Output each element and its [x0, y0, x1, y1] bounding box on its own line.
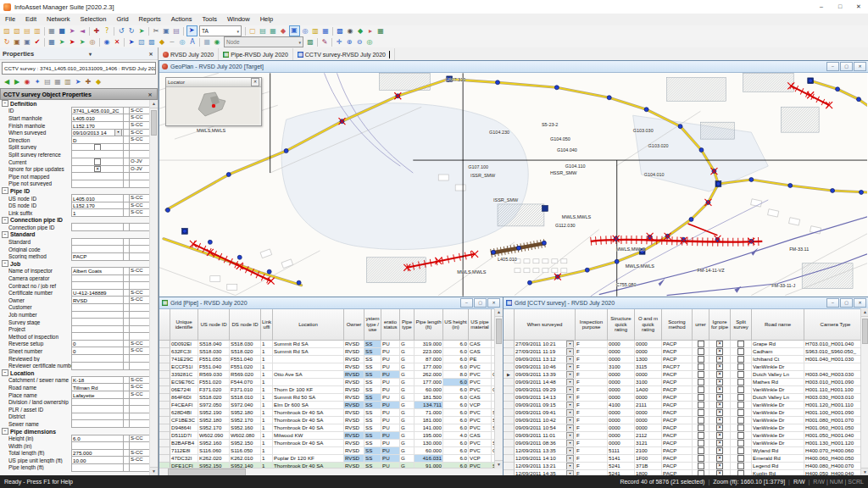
- cell[interactable]: F: [576, 409, 608, 417]
- manhole-node-icon[interactable]: [237, 255, 242, 259]
- cell[interactable]: PACP: [662, 440, 693, 447]
- cell[interactable]: Mathes Rd: [752, 379, 804, 386]
- export-map-icon[interactable]: ◆: [356, 26, 365, 36]
- collapse-icon[interactable]: −: [2, 100, 8, 107]
- cell[interactable]: Milwood KW: [273, 432, 344, 440]
- cell[interactable]: PVC: [469, 371, 492, 379]
- cell[interactable]: 0D092EI: [170, 341, 198, 348]
- cell[interactable]: 0000: [608, 386, 635, 394]
- cell-checkbox[interactable]: [731, 371, 752, 379]
- cctv-grid-restore-icon[interactable]: ▢: [840, 298, 853, 308]
- checked-checkbox[interactable]: ✕: [716, 402, 723, 408]
- tools-icon[interactable]: ✚: [84, 77, 93, 86]
- cell-checkbox[interactable]: [731, 356, 752, 363]
- cell[interactable]: G: [400, 363, 415, 371]
- cell[interactable]: 6.0: [443, 409, 469, 417]
- cell[interactable]: G: [400, 455, 415, 463]
- cell[interactable]: 3121: [635, 440, 662, 447]
- cell[interactable]: 339281C: [170, 371, 198, 379]
- trace-all-icon[interactable]: ➤: [78, 37, 87, 47]
- row-selector[interactable]: [504, 455, 515, 463]
- tab-cctv-survey-rvsd-july-2020[interactable]: ▦CCTV survey-RVSD July 2020: [293, 48, 395, 60]
- cell[interactable]: SS: [364, 386, 381, 394]
- unchecked-checkbox[interactable]: [698, 455, 704, 462]
- row-selector[interactable]: [504, 341, 515, 348]
- cell-checkbox[interactable]: [731, 447, 752, 455]
- row-selector[interactable]: [159, 409, 170, 417]
- cell[interactable]: F: [576, 363, 608, 371]
- geoplan-map[interactable]: G107.310E405.040MWLS,MWLSS5-23-2G104.230…: [159, 73, 867, 297]
- checked-checkbox[interactable]: ✕: [716, 455, 723, 462]
- cell[interactable]: 0000: [635, 394, 662, 402]
- cell[interactable]: PACP: [662, 447, 693, 455]
- previous-object-icon[interactable]: ◀: [3, 77, 12, 86]
- cell[interactable]: F: [576, 447, 608, 455]
- cell-when-surveyed[interactable]: 09/09/2011 08:36▾: [515, 440, 576, 447]
- date-dropdown-icon[interactable]: ▾: [566, 402, 574, 409]
- manhole-node-icon[interactable]: [788, 184, 793, 188]
- cell[interactable]: H001.060_H001.050: [804, 424, 867, 432]
- unchecked-checkbox[interactable]: [737, 379, 744, 385]
- unchecked-checkbox[interactable]: [698, 348, 704, 355]
- cell[interactable]: F: [576, 341, 608, 348]
- row-selector[interactable]: [504, 356, 515, 363]
- date-dropdown-icon[interactable]: ▾: [566, 386, 574, 394]
- panel-close-icon[interactable]: ✕: [147, 51, 155, 57]
- cell-checkbox[interactable]: [693, 409, 709, 417]
- cell[interactable]: F544.070: [230, 379, 261, 386]
- manhole-node-icon[interactable]: [284, 149, 288, 153]
- cell-checkbox[interactable]: [731, 455, 752, 463]
- cell[interactable]: 6.0: [443, 363, 469, 371]
- date-dropdown-icon[interactable]: ▾: [566, 417, 574, 424]
- cell[interactable]: 8.0: [443, 371, 469, 379]
- cell[interactable]: R569.030: [198, 371, 230, 379]
- cell[interactable]: PACP: [662, 341, 693, 348]
- cell[interactable]: Emerald Rd: [752, 455, 804, 463]
- cell[interactable]: S972.050: [198, 402, 230, 409]
- row-selector[interactable]: [159, 386, 170, 394]
- cell[interactable]: F551.040: [198, 363, 230, 371]
- cell[interactable]: S952.160: [198, 440, 230, 447]
- column-header-scoring-method[interactable]: Scoring method: [662, 309, 693, 341]
- commit-icon[interactable]: ➤: [68, 26, 77, 36]
- cell-checkbox[interactable]: [693, 371, 709, 379]
- cell[interactable]: Grape Rd: [752, 341, 804, 348]
- cell-when-surveyed[interactable]: 09/09/2011 10:42▾: [515, 417, 576, 424]
- cell[interactable]: G: [400, 424, 415, 432]
- cell[interactable]: F551.020: [230, 363, 261, 371]
- cell[interactable]: Thorn Dr 100 KF: [273, 386, 344, 394]
- cell[interactable]: S963.010_S960.050_: [804, 348, 867, 356]
- menu-item-edit[interactable]: Edit: [20, 14, 42, 25]
- cell[interactable]: G: [400, 371, 415, 379]
- manhole-node-icon[interactable]: [607, 96, 611, 100]
- cell[interactable]: F: [576, 463, 608, 470]
- row-selector[interactable]: [159, 371, 170, 379]
- cell[interactable]: S116.060: [198, 447, 230, 455]
- property-value-field[interactable]: [71, 362, 124, 370]
- cell[interactable]: 1: [261, 386, 273, 394]
- cell[interactable]: [804, 363, 867, 371]
- cell[interactable]: VanWinkle Dr: [752, 386, 804, 394]
- cell[interactable]: ECCF51I: [170, 363, 198, 371]
- cell[interactable]: [273, 447, 344, 455]
- cctv-grid-vscrollbar[interactable]: ▲ ▼: [860, 308, 868, 475]
- cell[interactable]: CAS: [469, 394, 492, 402]
- select-similar-icon[interactable]: ▩: [147, 37, 157, 47]
- checked-checkbox[interactable]: ✕: [716, 417, 723, 424]
- cell[interactable]: VanWinkle Dr: [752, 417, 804, 424]
- cell[interactable]: RVSD: [344, 447, 364, 455]
- cell[interactable]: SS: [364, 417, 381, 424]
- cell-checkbox[interactable]: [693, 432, 709, 440]
- cell[interactable]: F: [576, 394, 608, 402]
- cell[interactable]: S518.040: [198, 341, 230, 348]
- cell[interactable]: 2100: [635, 447, 662, 455]
- cell-checkbox[interactable]: [693, 417, 709, 424]
- properties-scrollbar[interactable]: ▲ ▼: [149, 100, 158, 475]
- column-header-split-survey[interactable]: Split survey: [731, 309, 752, 341]
- cell[interactable]: SS: [364, 371, 381, 379]
- column-header-pipe-type[interactable]: Pipe type: [400, 309, 415, 341]
- cell[interactable]: H001.130_H001.120: [804, 440, 867, 447]
- cell-checkbox[interactable]: [693, 455, 709, 463]
- cell[interactable]: SS: [364, 440, 381, 447]
- cell-when-surveyed[interactable]: 09/09/2011 11:01▾: [515, 432, 576, 440]
